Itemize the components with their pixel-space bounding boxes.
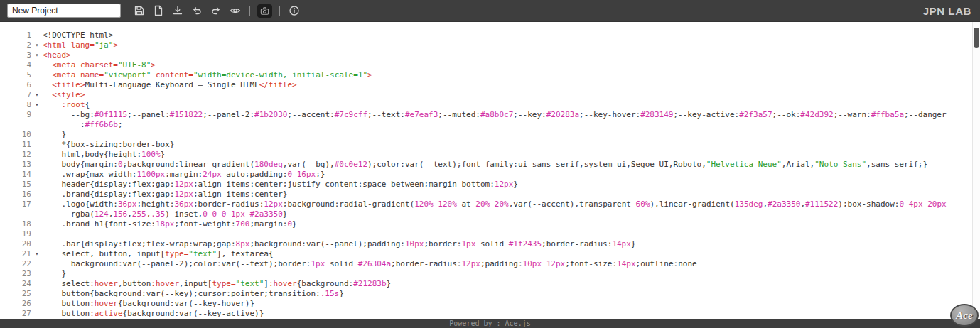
download-icon [172,5,183,16]
fold-toggle-icon[interactable]: ▾ [31,100,43,110]
code-line[interactable]: 23 } [0,269,980,279]
fold-spacer [31,299,43,309]
fold-spacer [31,239,43,249]
fold-toggle-icon[interactable]: ▾ [31,249,43,259]
line-number: 7 [3,90,31,100]
fold-spacer [31,309,43,319]
code-line[interactable]: 18 .brand h1{font-size:18px;font-weight:… [0,219,980,229]
line-number: 2 [3,40,31,50]
code-line[interactable]: 8▾ :root{ [0,100,980,110]
toolbar: JPN LAB [0,0,980,22]
code-text: } [43,269,66,279]
fold-spacer [31,70,43,80]
undo-button[interactable] [190,4,204,18]
fold-spacer [31,289,43,299]
fold-toggle-icon[interactable]: ▾ [31,40,43,50]
fold-spacer [31,130,43,140]
app-window: JPN LAB 1<!DOCTYPE html>2▾<html lang="ja… [0,0,980,328]
code-line[interactable]: 13 body{margin:0;background:linear-gradi… [0,160,980,170]
fold-spacer [31,31,43,40]
line-number: 26 [3,299,31,309]
fold-spacer [31,269,43,279]
fold-spacer [31,219,43,229]
code-text: <meta charset="UTF-8"> [43,60,156,70]
code-line[interactable]: 15 header{display:flex;gap:12px;align-it… [0,180,980,190]
code-line[interactable]: 20 .bar{display:flex;flex-wrap:wrap;gap:… [0,239,980,249]
code-line[interactable]: 16 .brand{display:flex;gap:12px;align-it… [0,190,980,199]
code-line[interactable]: 22 background:var(--panel-2);color:var(-… [0,259,980,269]
code-line[interactable]: 17 .logo{width:36px;height:36px;border-r… [0,199,980,209]
fold-spacer [31,170,43,180]
line-number: 5 [3,70,31,80]
fold-spacer [31,229,43,239]
line-number: 13 [3,160,31,170]
code-line[interactable]: 12 html,body{height:100%} [0,150,980,160]
line-number: 25 [3,289,31,299]
code-line[interactable]: :#ff6b6b; [0,120,980,130]
fold-spacer [31,180,43,190]
code-text: *{box-sizing:border-box} [43,140,174,150]
code-text: .brand h1{font-size:18px;font-weight:700… [43,219,297,229]
code-text: .logo{width:36px;height:36px;border-radi… [43,199,947,209]
code-line[interactable]: 9 --bg:#0f1115;--panel:#151822;--panel-2… [0,110,980,120]
code-line[interactable]: 1<!DOCTYPE html> [0,31,980,40]
code-line[interactable]: 21▾ select, button, input[type="text"], … [0,249,980,259]
code-line[interactable]: 5 <meta name="viewport" content="width=d… [0,70,980,80]
new-file-button[interactable] [151,4,166,18]
code-text: } [43,130,66,140]
code-line[interactable]: 4 <meta charset="UTF-8"> [0,60,980,70]
info-button[interactable] [287,4,301,18]
code-line[interactable]: 6 <title>Multi-Language Keyboard — Singl… [0,80,980,90]
code-line[interactable]: 26 button:hover{background:var(--key-hov… [0,299,980,309]
code-line[interactable]: 10 } [0,130,980,140]
save-button[interactable] [132,4,146,18]
code-line[interactable]: 25 button{background:var(--key);cursor:p… [0,289,980,299]
preview-button[interactable] [228,4,242,18]
fold-spacer [31,259,43,269]
scrollbar-thumb[interactable] [974,28,979,48]
undo-icon [191,5,203,16]
code-text: <html lang="ja"> [43,40,118,50]
camera-icon [259,6,270,16]
code-editor[interactable]: 1<!DOCTYPE html>2▾<html lang="ja">3▾<hea… [0,22,980,319]
code-line[interactable]: 14 .wrap{max-width:1100px;margin:24px au… [0,170,980,180]
code-text: .bar{display:flex;flex-wrap:wrap;gap:8px… [43,239,636,249]
redo-button[interactable] [209,4,223,18]
code-line[interactable]: rgba(124,156,255,.35) inset,0 0 0 1px #2… [0,209,980,219]
line-number: 9 [3,110,31,120]
code-line[interactable]: 7▾ <style> [0,90,980,100]
code-text: body{margin:0;background:linear-gradient… [43,160,927,170]
code-text: <title>Multi-Language Keyboard — Single … [43,80,297,90]
code-text: .brand{display:flex;gap:12px;align-items… [43,190,287,199]
line-number: 12 [3,150,31,160]
fold-spacer [31,150,43,160]
code-line[interactable]: 24 select:hover,button:hover,input[type=… [0,279,980,289]
screenshot-button[interactable] [257,4,272,18]
code-text: :#ff6b6b; [43,120,123,130]
code-line[interactable]: 27 button:active{background:var(--key-ac… [0,309,980,319]
code-line[interactable]: 2▾<html lang="ja"> [0,40,980,50]
code-line[interactable]: 11 *{box-sizing:border-box} [0,140,980,150]
fold-toggle-icon[interactable]: ▾ [31,90,43,100]
redo-icon [210,5,222,16]
code-line[interactable]: 3▾<head> [0,50,980,60]
project-name-input[interactable] [7,4,121,18]
line-number [3,120,31,130]
code-text: <!DOCTYPE html> [43,31,113,40]
line-number: 8 [3,100,31,110]
new-file-icon [153,5,164,16]
download-button[interactable] [171,4,185,18]
info-icon [289,5,300,16]
code-line[interactable]: 19 [0,229,980,239]
code-text: button{background:var(--key);cursor:poin… [43,289,344,299]
fold-toggle-icon[interactable]: ▾ [31,50,43,60]
fold-spacer [31,190,43,199]
fold-spacer [31,209,43,219]
line-number: 20 [3,239,31,249]
line-number: 3 [3,50,31,60]
line-number: 6 [3,80,31,90]
line-number: 22 [3,259,31,269]
vertical-scrollbar[interactable] [972,22,980,319]
fold-spacer [31,279,43,289]
toolbar-divider [249,6,250,16]
